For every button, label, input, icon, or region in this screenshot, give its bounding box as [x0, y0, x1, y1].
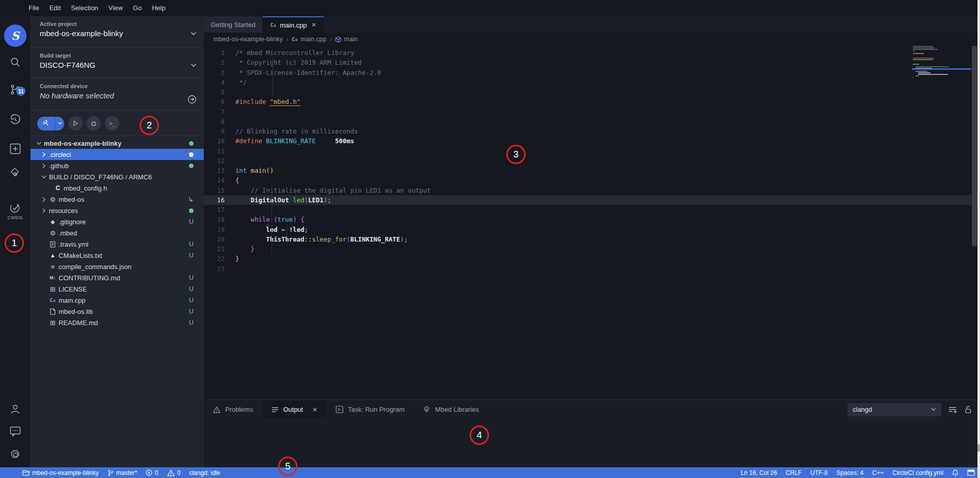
run-button[interactable] [68, 116, 83, 130]
panel-tab-problems[interactable]: Problems [204, 400, 262, 419]
status-spaces-4[interactable]: Spaces: 4 [836, 469, 863, 476]
breadcrumb-item[interactable]: main [335, 36, 358, 43]
code-line-6[interactable]: 6#include "mbed.h" [204, 97, 980, 107]
minimap[interactable] [912, 46, 971, 400]
breadcrumb[interactable]: mbed-os-example-blinky›C+main.cpp›main [204, 33, 980, 46]
code-line-2[interactable]: 2 * Copyright (c) 2019 ARM Limited [204, 58, 980, 67]
editor-scrollbar[interactable] [972, 46, 977, 246]
code-line-17[interactable]: 17 [204, 205, 980, 215]
code-line-13[interactable]: 13int main() [204, 166, 980, 175]
status-master-[interactable]: master* [107, 469, 137, 476]
panel-tab-task-run-program[interactable]: Task: Run Program [326, 400, 414, 419]
language-server-select[interactable]: clangd [848, 403, 941, 416]
source-control-icon[interactable]: 11 [0, 81, 31, 98]
code-line-18[interactable]: 18 while (true) { [204, 215, 980, 224]
code-line-4[interactable]: 4 */ [204, 77, 980, 87]
code-line-5[interactable]: 5 [204, 87, 980, 97]
tab-main-cpp[interactable]: C+main.cpp✕ [263, 16, 324, 33]
chevron-down-icon[interactable] [190, 32, 197, 36]
code-editor[interactable]: 1/* mbed Microcontroller Library2 * Copy… [204, 46, 980, 400]
build-hammer-icon[interactable] [37, 117, 56, 130]
code-line-23[interactable]: 23 [204, 264, 980, 274]
code-line-19[interactable]: 19 led = !led; [204, 225, 980, 234]
build-split-button[interactable] [37, 117, 64, 130]
code-line-7[interactable]: 7 [204, 107, 980, 117]
close-icon[interactable]: ✕ [312, 406, 317, 413]
history-icon[interactable] [0, 111, 31, 128]
code-line-3[interactable]: 3 * SPDX-License-Identifier: Apache-2.0 [204, 68, 980, 77]
menu-help[interactable]: Help [147, 0, 171, 16]
status-ln-16-col-26[interactable]: Ln 16, Col 26 [741, 469, 777, 476]
code-line-8[interactable]: 8 [204, 117, 980, 126]
code-line-15[interactable]: 15 // Initialise the digital pin LED1 as… [204, 185, 980, 195]
code-line-11[interactable]: 11 [204, 146, 980, 156]
code-line-1[interactable]: 1/* mbed Microcontroller Library [204, 48, 980, 58]
new-project-icon[interactable] [0, 140, 31, 157]
menu-edit[interactable]: Edit [44, 0, 66, 16]
tree-item--github[interactable]: .github [31, 160, 204, 171]
status-0[interactable]: 0 [167, 469, 181, 476]
tree-item-mbed-os-example-blinky[interactable]: mbed-os-example-blinky [31, 138, 204, 149]
tree-item-main-cpp[interactable]: C+main.cppU [31, 295, 204, 306]
panel-tab-mbed-libraries[interactable]: Mbed Libraries [414, 400, 488, 419]
status-0[interactable]: 0 [146, 469, 158, 476]
code-line-12[interactable]: 12 [204, 156, 980, 166]
connected-device-section[interactable]: Connected device No hardware selected [31, 78, 204, 111]
status-mbed-os-example-blinky[interactable]: mbed-os-example-blinky [22, 469, 99, 476]
code-line-20[interactable]: 20 ThisThread::sleep_for(BLINKING_RATE); [204, 234, 980, 244]
tree-item-readme-md[interactable]: ⊞README.mdU [31, 317, 204, 328]
clear-output-icon[interactable] [948, 406, 957, 413]
status-utf-8[interactable]: UTF-8 [810, 469, 828, 476]
chevron-down-icon[interactable] [190, 63, 197, 67]
tree-item-license[interactable]: ⊞LICENSEU [31, 283, 204, 295]
menu-view[interactable]: View [103, 0, 128, 16]
unlock-scroll-icon[interactable] [964, 405, 972, 414]
tree-item-mbed-config-h[interactable]: Cmbed_config.h [31, 182, 204, 194]
hardware-icon[interactable]: ⚙ [0, 164, 31, 181]
tree-item-cmakelists-txt[interactable]: ▲CMakeLists.txtU [31, 250, 204, 261]
status-crlf[interactable]: CRLF [786, 469, 802, 476]
code-line-21[interactable]: 21 } [204, 244, 980, 254]
status-c++[interactable]: C++ [872, 469, 884, 476]
tree-item--travis-yml[interactable]: .travis.ymlU [31, 238, 204, 250]
search-icon[interactable] [0, 54, 31, 71]
code-line-16[interactable]: 16 DigitalOut led(LED1); [204, 195, 980, 205]
tree-item--circleci[interactable]: .circleci [31, 149, 204, 160]
chevron-right-icon[interactable] [40, 163, 48, 169]
chevron-right-icon[interactable] [40, 208, 48, 214]
chevron-down-icon[interactable] [40, 175, 48, 179]
window-scrollbar[interactable] [977, 0, 980, 478]
cmsis-icon[interactable]: CMSIS [0, 198, 31, 223]
breadcrumb-item[interactable]: mbed-os-example-blinky [213, 36, 283, 43]
terminal-button[interactable]: >_ [105, 116, 119, 130]
active-project-section[interactable]: Active project mbed-os-example-blinky [31, 16, 204, 47]
window-scrollbar-thumb[interactable] [977, 444, 980, 452]
tree-item-contributing-md[interactable]: M↓CONTRIBUTING.mdU [31, 272, 204, 283]
feedback-icon[interactable] [0, 422, 31, 440]
tree-item-mbed-os-lib[interactable]: mbed-os.libU [31, 306, 204, 317]
code-line-14[interactable]: 14{ [204, 175, 980, 185]
code-line-9[interactable]: 9// Blinking rate in milliseconds [204, 126, 980, 136]
menu-go[interactable]: Go [128, 0, 147, 16]
tree-item-compile-commands-json[interactable]: ≡compile_commands.json [31, 261, 204, 272]
output-panel-body[interactable] [204, 419, 980, 468]
tree-item--mbed[interactable]: ⚙.mbed [31, 227, 204, 238]
code-line-22[interactable]: 22} [204, 254, 980, 263]
settings-icon[interactable] [0, 446, 31, 463]
status-layout-panel[interactable] [967, 469, 975, 476]
close-icon[interactable]: ✕ [311, 21, 316, 29]
status-bell[interactable] [952, 469, 959, 476]
tree-item-build-disco-f746ng-armc6[interactable]: BUILD / DISCO_F746NG / ARMC6 [31, 171, 204, 182]
chevron-right-icon[interactable] [40, 152, 48, 157]
breadcrumb-item[interactable]: C+main.cpp [292, 36, 326, 43]
status-circleci-config-yml[interactable]: CircleCI config.yml [892, 469, 943, 476]
status-clangd-idle[interactable]: clangd: idle [189, 469, 220, 476]
tree-item-resources[interactable]: resources [31, 205, 204, 216]
panel-tab-output[interactable]: Output✕ [262, 400, 326, 419]
menu-file[interactable]: File [23, 0, 44, 16]
tree-item--gitignore[interactable]: ◆.gitignoreU [31, 216, 204, 227]
tree-item-mbed-os[interactable]: ⚙mbed-os↳ [31, 194, 204, 205]
tab-getting-started[interactable]: Getting Started [204, 16, 263, 33]
build-target-section[interactable]: Build target DISCO-F746NG [31, 48, 204, 78]
debug-button[interactable] [87, 116, 101, 130]
